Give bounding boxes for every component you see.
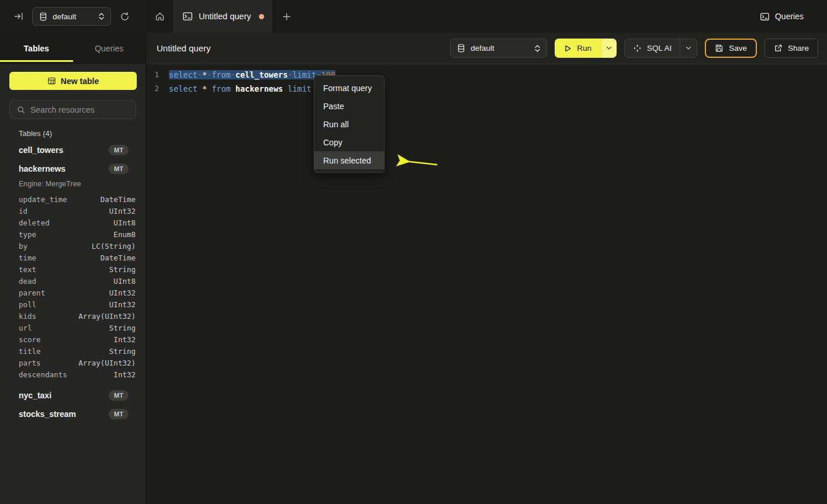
save-button[interactable]: Save — [705, 39, 757, 58]
chevron-down-icon — [686, 46, 691, 50]
column-type: Int32 — [113, 370, 136, 379]
menu-item-format-query[interactable]: Format query — [314, 79, 384, 97]
new-tab-button[interactable] — [272, 0, 300, 33]
table-name: nyc_taxi — [19, 391, 51, 400]
query-editor-panel: Untitled query default — [146, 33, 827, 504]
column-type: Enum8 — [113, 230, 136, 239]
column-type: UInt32 — [109, 300, 136, 309]
sidebar-body: New table Tables (4) cell_towersMThacker… — [0, 64, 146, 504]
column-type: DateTime — [101, 195, 136, 204]
column-name: poll — [19, 300, 36, 309]
token: · — [231, 70, 236, 79]
unsaved-changes-dot — [259, 14, 264, 19]
sql-ai-button[interactable]: SQL AI — [625, 39, 680, 57]
selected-text: select·*·from·cell_towers·limit·100 — [169, 70, 335, 79]
new-table-label: New table — [61, 77, 99, 86]
column-name: score — [19, 335, 41, 344]
database-selector-editor[interactable]: default — [450, 39, 547, 58]
line-number: 1 — [146, 68, 164, 82]
column-row: deadUInt8 — [0, 275, 146, 287]
menu-item-paste[interactable]: Paste — [314, 97, 384, 115]
column-name: dead — [19, 277, 36, 286]
database-selector-top[interactable]: default — [32, 7, 111, 26]
token: limit — [288, 84, 312, 93]
home-tab-button[interactable] — [146, 0, 173, 33]
column-row: partsArray(UInt32) — [0, 357, 146, 369]
tables-list: cell_towersMThackernewsMTEngine: MergeTr… — [0, 141, 146, 423]
table-name: stocks_stream — [19, 409, 76, 419]
database-selector-value: default — [53, 12, 93, 21]
column-type: Array(UInt32) — [78, 359, 136, 367]
sidebar-tab-tables[interactable]: Tables — [0, 33, 73, 64]
sql-ai-label: SQL AI — [647, 44, 672, 53]
queries-button-label: Queries — [775, 12, 804, 21]
save-floppy-icon — [715, 44, 724, 53]
queries-panel-button[interactable]: Queries — [760, 12, 804, 22]
column-name: descendants — [19, 370, 67, 379]
table-row-nyc_taxi[interactable]: nyc_taxiMT — [0, 386, 146, 405]
query-title: Untitled query — [157, 43, 211, 53]
database-selector-value: default — [470, 44, 529, 53]
column-row: pollUInt32 — [0, 298, 146, 310]
token — [207, 84, 212, 93]
token: limit — [292, 70, 316, 79]
run-options-button[interactable] — [602, 39, 617, 58]
token: * — [202, 70, 207, 79]
code-text: select * from hackernews limit — [164, 82, 312, 96]
token: select — [169, 70, 198, 79]
plus-icon — [282, 12, 291, 21]
table-row-hackernews[interactable]: hackernewsMT — [0, 159, 146, 178]
column-name: parts — [19, 359, 41, 367]
sql-code-area[interactable]: 1select·*·from·cell_towers·limit·1002sel… — [146, 64, 827, 96]
sidebar-tab-queries[interactable]: Queries — [73, 33, 146, 64]
table-name: cell_towers — [19, 145, 63, 155]
share-button[interactable]: Share — [764, 39, 818, 58]
token: from — [212, 84, 231, 93]
token: · — [207, 70, 212, 79]
sql-ai-split-button: SQL AI — [624, 39, 697, 58]
chevron-updown-icon — [534, 44, 541, 53]
tab-untitled-query[interactable]: Untitled query — [173, 0, 272, 33]
run-button[interactable]: Run — [555, 39, 602, 58]
share-icon — [774, 44, 783, 53]
table-row-stocks_stream[interactable]: stocks_streamMT — [0, 405, 146, 423]
search-input[interactable] — [30, 105, 130, 114]
run-split-button: Run — [555, 39, 617, 58]
editor-header: Untitled query default — [146, 33, 827, 64]
column-type: Array(UInt32) — [78, 312, 136, 321]
annotation-arrow — [385, 151, 441, 169]
engine-badge: MT — [109, 390, 129, 401]
table-grid-icon — [47, 77, 56, 85]
app-root: default Untitled query — [0, 0, 827, 504]
table-name: hackernews — [19, 164, 65, 173]
token — [198, 84, 202, 93]
column-name: url — [19, 324, 32, 332]
tab-strip: Untitled query — [146, 0, 760, 33]
columns-list: update_timeDateTimeidUInt32deletedUInt8t… — [0, 190, 146, 380]
play-icon — [564, 44, 572, 53]
column-name: id — [19, 207, 27, 215]
menu-item-copy[interactable]: Copy — [314, 133, 384, 151]
engine-label: Engine: MergeTree — [0, 178, 146, 190]
token: select — [169, 84, 198, 93]
top-bar: default Untitled query — [0, 0, 827, 33]
column-type: Int32 — [113, 335, 136, 344]
column-row: kidsArray(UInt32) — [0, 310, 146, 322]
menu-item-run-all[interactable]: Run all — [314, 115, 384, 133]
refresh-button[interactable] — [120, 12, 130, 22]
token: · — [198, 70, 202, 79]
new-table-button[interactable]: New table — [9, 72, 137, 90]
collapse-sidebar-button[interactable] — [14, 12, 23, 21]
token — [231, 84, 236, 93]
active-tab-underline — [0, 60, 73, 62]
table-row-cell_towers[interactable]: cell_towersMT — [0, 141, 146, 159]
column-row: descendantsInt32 — [0, 369, 146, 380]
token: * — [202, 84, 207, 93]
tab-label: Untitled query — [199, 12, 251, 21]
sql-ai-options-button[interactable] — [680, 39, 697, 57]
code-text: select·*·from·cell_towers·limit·100 — [164, 68, 335, 82]
menu-item-run-selected[interactable]: Run selected — [314, 151, 384, 169]
column-row: textString — [0, 263, 146, 275]
column-name: time — [19, 253, 36, 262]
column-type: UInt8 — [113, 218, 136, 227]
